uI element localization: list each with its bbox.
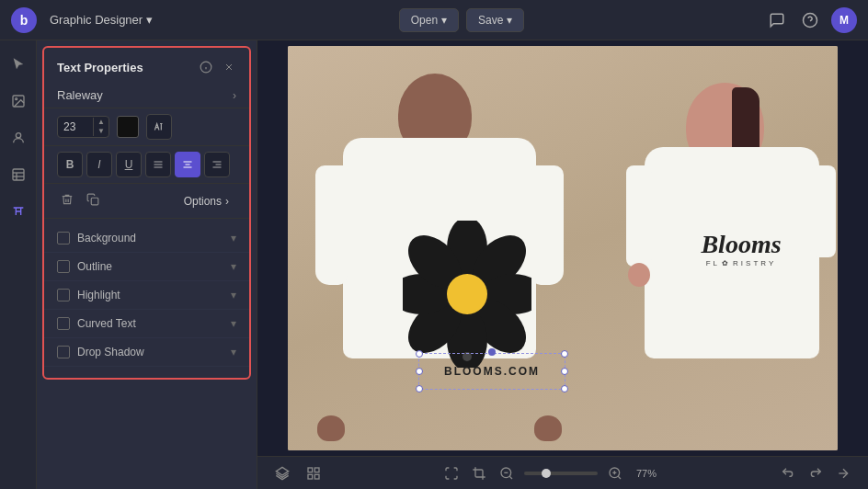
handle-top-left[interactable] [416,350,423,358]
svg-rect-35 [308,468,313,472]
effect-curved[interactable]: Curved Text ▾ [44,310,249,338]
effect-background-left: Background [57,232,136,244]
effect-background[interactable]: Background ▾ [44,224,249,253]
fit-screen-button[interactable] [441,463,462,483]
zoom-slider[interactable] [524,472,598,475]
curved-label: Curved Text [77,317,136,330]
layers-button[interactable] [272,463,292,483]
font-size-input[interactable] [58,117,93,137]
svg-rect-23 [91,198,98,205]
redo-button[interactable] [805,463,826,483]
grid-button[interactable] [303,463,324,483]
forward-icon [836,466,851,481]
color-swatch[interactable] [117,116,139,138]
font-row[interactable]: Raleway › [44,83,249,108]
options-arrow: › [225,195,229,208]
undo-icon [781,466,795,481]
icon-sidebar [0,40,37,489]
app-title-button[interactable]: Graphic Designer ▾ [44,9,158,30]
sidebar-item-person[interactable] [4,123,33,153]
topbar-center: Open ▾ Save ▾ [399,8,525,32]
sidebar-item-text[interactable] [4,197,33,226]
info-button[interactable] [198,59,214,75]
align-right-icon [211,159,223,170]
copy-button[interactable] [83,189,103,212]
crop-button[interactable] [469,463,489,483]
copy-icon [86,193,99,206]
zoom-in-icon [608,466,622,481]
handle-middle-right[interactable] [561,368,568,375]
close-button[interactable] [222,60,236,74]
align-justify-button[interactable] [145,152,171,177]
effect-outline[interactable]: Outline ▾ [44,253,249,281]
highlight-checkbox[interactable] [57,289,70,301]
bold-button[interactable]: B [57,152,83,177]
options-button[interactable]: Options › [177,191,236,211]
app-title-label: Graphic Designer [50,13,143,27]
cursor-icon [11,57,26,72]
selected-text-content: BLOOMS.COM [444,365,540,378]
outline-checkbox[interactable] [57,260,70,273]
options-label: Options [184,195,222,208]
panel-highlight-box: Text Properties Raleway [44,48,249,378]
open-label: Open [411,14,438,27]
text-selection-box[interactable]: BLOOMS.COM [418,353,565,390]
grid-icon [306,466,321,481]
user-avatar[interactable]: M [831,7,857,33]
bottom-bar: 77% [257,456,868,489]
effect-highlight[interactable]: Highlight ▾ [44,281,249,310]
chat-icon-button[interactable] [765,8,789,32]
sidebar-item-layout[interactable] [4,160,33,189]
help-icon-button[interactable] [798,8,822,32]
flower-svg [403,221,531,368]
topbar-left: b Graphic Designer ▾ [11,7,158,33]
sidebar-item-image[interactable] [4,86,33,116]
effect-outline-left: Outline [57,260,112,273]
align-center-button[interactable] [175,152,200,177]
align-center-icon [182,159,193,170]
bottom-left [272,463,324,483]
svg-rect-37 [308,474,313,479]
redo-icon [808,466,823,481]
curved-arrow: ▾ [231,317,236,330]
align-right-button[interactable] [204,152,230,177]
options-left [57,189,103,212]
handle-top-right[interactable] [561,350,568,358]
handle-bottom-right[interactable] [561,385,568,392]
zoom-level-label: 77% [633,468,660,479]
zoom-out-button[interactable] [497,463,517,483]
save-button[interactable]: Save ▾ [466,8,524,32]
effect-curved-left: Curved Text [57,317,136,330]
curved-checkbox[interactable] [57,317,70,330]
text-case-icon [153,120,166,133]
canvas-content[interactable]: BLOOMS.COM Bloom [257,40,868,456]
italic-button[interactable]: I [86,152,112,177]
font-size-input-wrap: ▲ ▼ [57,116,109,138]
close-icon [223,62,234,73]
canvas-image: BLOOMS.COM Bloom [288,46,838,450]
drop-shadow-arrow: ▾ [231,346,236,358]
shirt-back [343,138,536,358]
underline-icon: U [125,158,133,171]
effect-highlight-left: Highlight [57,289,120,301]
properties-panel: Text Properties Raleway [37,40,257,489]
font-size-down[interactable]: ▼ [94,127,108,136]
font-size-up[interactable]: ▲ [94,118,108,127]
zoom-in-button[interactable] [605,463,625,483]
svg-line-40 [509,476,512,479]
delete-button[interactable] [57,189,77,212]
handle-bottom-left[interactable] [416,385,423,392]
drop-shadow-checkbox[interactable] [57,346,70,358]
background-checkbox[interactable] [57,232,70,244]
effect-drop-shadow[interactable]: Drop Shadow ▾ [44,338,249,367]
forward-button[interactable] [833,463,853,483]
svg-rect-36 [314,468,319,472]
topbar: b Graphic Designer ▾ Open ▾ Save ▾ M [0,0,868,40]
layout-icon [11,167,26,182]
open-button[interactable]: Open ▾ [399,8,459,32]
sidebar-item-select[interactable] [4,50,33,79]
underline-button[interactable]: U [116,152,142,177]
text-case-button[interactable] [146,114,172,140]
handle-middle-left[interactable] [416,368,423,375]
undo-button[interactable] [778,463,798,483]
